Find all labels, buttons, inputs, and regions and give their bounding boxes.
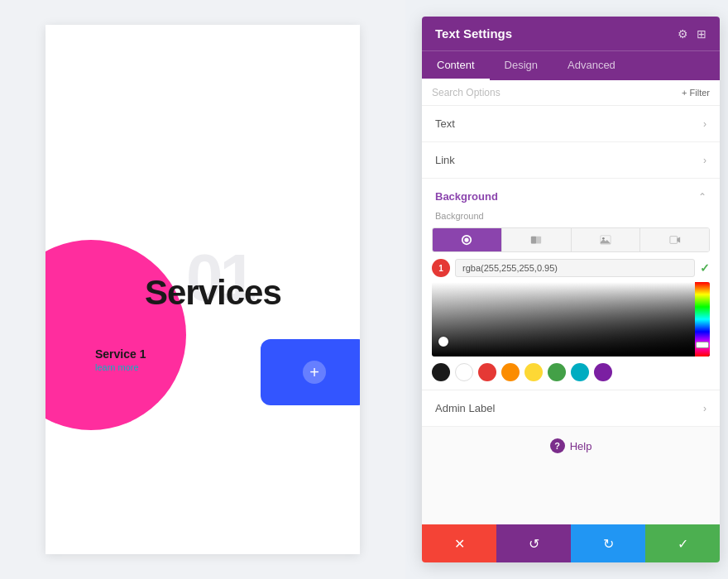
page-canvas: 01 Services Service 1 learn more + <box>46 25 360 554</box>
canvas-area: 01 Services Service 1 learn more + <box>0 0 405 579</box>
admin-label-section-label: Admin Label <box>435 402 495 414</box>
background-section-label: Background <box>435 190 498 203</box>
tab-advanced[interactable]: Advanced <box>553 51 630 80</box>
pink-semicircle-decoration <box>46 240 186 430</box>
plus-icon[interactable]: + <box>303 361 326 384</box>
image-icon <box>600 234 611 246</box>
background-type-tabs <box>432 227 710 252</box>
gradient-black-layer <box>432 282 710 356</box>
panel-header: Text Settings ⚙ ⊞ <box>422 17 720 50</box>
color-fill-icon <box>461 234 472 246</box>
swatch-purple[interactable] <box>594 363 612 381</box>
swatch-green[interactable] <box>548 363 566 381</box>
help-row[interactable]: ? Help <box>422 427 720 465</box>
swatch-white[interactable] <box>455 363 473 381</box>
background-chevron-icon: ⌃ <box>698 191 706 203</box>
bg-tab-image[interactable] <box>572 228 641 251</box>
grid-icon[interactable]: ⊞ <box>697 27 706 41</box>
color-gradient-picker[interactable] <box>432 282 710 356</box>
panel-title: Text Settings <box>435 26 512 41</box>
blue-add-button[interactable]: + <box>261 339 360 405</box>
svg-rect-2 <box>531 237 536 244</box>
bg-tab-color[interactable] <box>433 228 502 251</box>
gradient-thumb[interactable] <box>438 337 448 347</box>
panel-tabs: Content Design Advanced <box>422 50 720 80</box>
color-step-badge: 1 <box>432 259 450 277</box>
background-sub-label: Background <box>422 209 720 224</box>
redo-button[interactable]: ↻ <box>571 524 645 562</box>
color-confirm-icon[interactable]: ✓ <box>700 261 710 275</box>
background-section: Background ⌃ Background <box>422 179 720 390</box>
tab-design[interactable]: Design <box>490 51 553 80</box>
svg-rect-5 <box>670 237 678 244</box>
bg-tab-video[interactable] <box>640 228 709 251</box>
panel-footer: ✕ ↺ ↻ ✓ <box>422 524 720 562</box>
service-card: Service 1 learn more <box>95 347 146 372</box>
filter-button[interactable]: + Filter <box>682 88 710 98</box>
help-icon: ? <box>550 438 565 453</box>
admin-label-section: Admin Label › <box>422 390 720 427</box>
search-placeholder[interactable]: Search Options <box>432 87 500 98</box>
color-input-row: 1 ✓ <box>432 259 710 277</box>
hue-slider-thumb <box>696 342 709 348</box>
svg-point-0 <box>465 237 469 242</box>
services-heading: Services <box>145 273 281 313</box>
service-card-title: Service 1 <box>95 347 146 361</box>
background-section-header[interactable]: Background ⌃ <box>422 179 720 209</box>
swatch-teal[interactable] <box>571 363 589 381</box>
link-section: Link › <box>422 142 720 179</box>
panel-header-icons: ⚙ ⊞ <box>678 27 706 41</box>
admin-label-chevron-icon: › <box>703 403 706 414</box>
text-settings-panel: Text Settings ⚙ ⊞ Content Design Advance… <box>422 17 720 562</box>
text-accordion-header[interactable]: Text › <box>422 106 720 141</box>
search-bar: Search Options + Filter <box>422 80 720 106</box>
link-accordion-header[interactable]: Link › <box>422 142 720 178</box>
undo-button[interactable]: ↺ <box>496 524 571 562</box>
color-value-input[interactable] <box>455 259 695 277</box>
text-chevron-icon: › <box>703 118 706 130</box>
cancel-button[interactable]: ✕ <box>422 524 496 562</box>
swatch-yellow[interactable] <box>524 363 543 381</box>
link-chevron-icon: › <box>703 155 706 166</box>
gradient-icon <box>530 234 542 246</box>
tab-content[interactable]: Content <box>422 51 490 80</box>
text-section-label: Text <box>435 117 455 130</box>
admin-label-accordion-header[interactable]: Admin Label › <box>422 390 720 426</box>
bg-tab-gradient[interactable] <box>502 228 572 251</box>
hue-slider[interactable] <box>695 282 710 356</box>
help-label: Help <box>570 440 592 452</box>
video-icon <box>669 234 681 246</box>
text-section: Text › <box>422 106 720 142</box>
swatch-orange[interactable] <box>501 363 520 381</box>
gradient-main-area <box>432 282 710 356</box>
link-section-label: Link <box>435 154 455 166</box>
save-button[interactable]: ✓ <box>645 524 720 562</box>
service-card-link[interactable]: learn more <box>95 362 146 372</box>
swatch-black[interactable] <box>432 363 450 381</box>
panel-body: Search Options + Filter Text › Link › Ba… <box>422 80 720 524</box>
swatch-red[interactable] <box>478 363 496 381</box>
color-swatches-row <box>432 363 710 381</box>
settings-icon[interactable]: ⚙ <box>678 27 688 41</box>
